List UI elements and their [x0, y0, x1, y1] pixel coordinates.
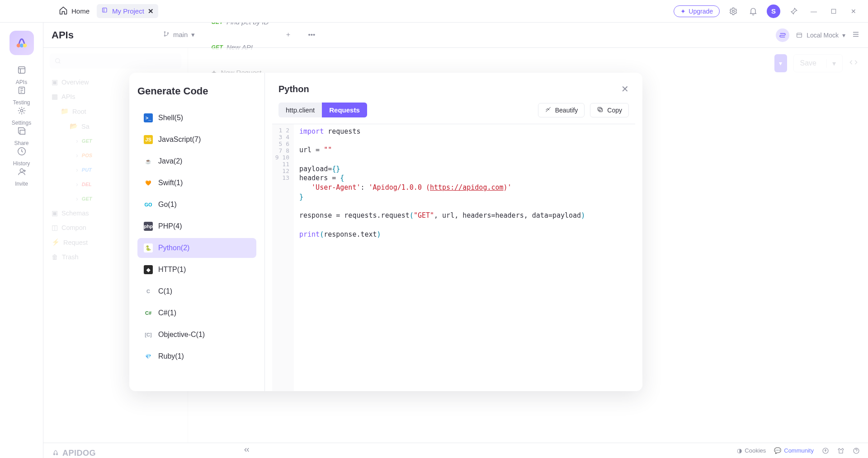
tab-switcher[interactable]	[776, 28, 789, 42]
svg-rect-17	[599, 108, 603, 112]
window-minimize-icon[interactable]: —	[807, 5, 820, 18]
svg-rect-6	[18, 67, 25, 74]
svg-rect-2	[831, 9, 835, 13]
code-panel: Python ✕ http.clientRequests Beautify	[265, 73, 642, 391]
language-option[interactable]: phpPHP(4)	[137, 216, 256, 236]
svg-point-5	[23, 43, 27, 47]
svg-point-8	[20, 109, 23, 112]
svg-rect-15	[797, 33, 802, 37]
rail-item-apis[interactable]: APIs	[6, 65, 38, 85]
branch-icon	[163, 31, 170, 38]
language-icon: php	[144, 222, 153, 231]
discord-icon: 💬	[774, 447, 781, 454]
svg-point-20	[56, 453, 58, 455]
copy-button[interactable]: Copy	[590, 103, 629, 117]
user-avatar[interactable]: S	[767, 5, 780, 18]
library-segment: http.clientRequests	[278, 103, 367, 117]
language-icon: JS	[144, 135, 153, 144]
chevron-down-icon: ▾	[191, 31, 195, 39]
project-label: My Project	[112, 7, 144, 15]
home-tab[interactable]: Home	[59, 6, 90, 16]
title-bar: Home My Project ✕ ✦ Upgrade S — ✕	[0, 0, 868, 23]
window-close-icon[interactable]: ✕	[847, 5, 860, 18]
code-body: import requests url = "" payload={} head…	[294, 124, 635, 391]
home-label: Home	[71, 7, 90, 15]
window-maximize-icon[interactable]	[827, 5, 840, 18]
modal-title: Generate Code	[137, 85, 256, 97]
language-icon: ◆	[144, 265, 153, 274]
cookies-link[interactable]: ◑ Cookies	[737, 447, 766, 454]
rail-item-share[interactable]: Share	[6, 126, 38, 146]
close-icon[interactable]: ✕	[621, 84, 629, 94]
tab-more[interactable]: •••	[300, 23, 323, 48]
language-list-panel: Generate Code >_Shell(5)JSJavaScript(7)☕…	[129, 73, 265, 391]
rail-item-testing[interactable]: Testing	[6, 85, 38, 106]
language-icon: [C]	[144, 330, 153, 339]
branch-selector[interactable]: main ▾	[155, 23, 203, 48]
language-option[interactable]: ◆HTTP(1)	[137, 260, 256, 280]
svg-point-13	[167, 33, 168, 33]
project-tab[interactable]: My Project ✕	[97, 4, 158, 18]
language-option[interactable]: [C]Objective-C(1)	[137, 325, 256, 345]
language-option[interactable]: ☕Java(2)	[137, 151, 256, 171]
svg-point-11	[164, 32, 165, 33]
environment-selector[interactable]: Local Mock ▾	[796, 32, 845, 39]
share-icon	[17, 126, 27, 138]
rail-item-settings[interactable]: Settings	[6, 106, 38, 126]
language-icon: 🐍	[144, 243, 153, 252]
beautify-button[interactable]: Beautify	[538, 103, 585, 117]
language-option[interactable]: 💎Ruby(1)	[137, 346, 256, 366]
invite-icon	[17, 167, 27, 179]
language-option[interactable]: GOGo(1)	[137, 195, 256, 215]
upgrade-label: Upgrade	[689, 8, 713, 15]
tab-add[interactable]: ＋	[277, 23, 300, 48]
settings-icon[interactable]	[727, 5, 740, 18]
language-icon: 🧡	[144, 178, 153, 187]
line-gutter: 1 2 3 4 5 6 7 8 9 10 11 12 13	[272, 124, 294, 391]
menu-icon[interactable]	[852, 30, 860, 40]
upgrade-button[interactable]: ✦ Upgrade	[674, 5, 720, 17]
collapse-sidebar-icon[interactable]	[242, 446, 250, 455]
testing-icon	[17, 85, 27, 98]
status-bar: APIDOG ◑ Cookies 💬 Community	[43, 443, 868, 458]
section-title: APIs	[52, 29, 74, 41]
wand-icon	[545, 106, 552, 114]
main-tabs: APIs main ▾ OverviewGETFind pet by IDGET…	[43, 23, 868, 48]
generate-code-modal: Generate Code >_Shell(5)JSJavaScript(7)☕…	[129, 73, 642, 391]
language-option[interactable]: C#C#(1)	[137, 303, 256, 323]
main-content: ▣Overview▦APIs📁Root📂Sa›GET›POS›PUT›DEL›G…	[43, 48, 868, 443]
svg-point-1	[732, 10, 735, 12]
left-rail: APIsTestingSettingsShareHistoryInvite	[0, 23, 43, 458]
shirt-icon[interactable]	[837, 447, 844, 454]
language-icon: ☕	[144, 157, 153, 166]
language-icon: 💎	[144, 352, 153, 361]
community-link[interactable]: 💬 Community	[774, 447, 814, 454]
bell-icon[interactable]	[747, 5, 760, 18]
rail-item-invite[interactable]: Invite	[6, 167, 38, 187]
pin-icon[interactable]	[788, 5, 800, 18]
svg-point-10	[20, 169, 23, 172]
main-panel: APIs main ▾ OverviewGETFind pet by IDGET…	[43, 23, 868, 458]
segment-option[interactable]: Requests	[322, 103, 367, 117]
language-option[interactable]: CC(1)	[137, 281, 256, 301]
app-body: APIsTestingSettingsShareHistoryInvite AP…	[0, 23, 868, 458]
language-option[interactable]: >_Shell(5)	[137, 108, 256, 128]
code-panel-title: Python	[278, 84, 309, 94]
language-option[interactable]: 🐍Python(2)	[137, 238, 256, 258]
language-option[interactable]: 🧡Swift(1)	[137, 173, 256, 193]
app-logo[interactable]	[9, 31, 34, 55]
upload-icon[interactable]	[822, 447, 829, 454]
rail-item-history[interactable]: History	[6, 146, 38, 167]
segment-option[interactable]: http.client	[278, 103, 322, 117]
language-icon: C#	[144, 308, 153, 318]
language-option[interactable]: JSJavaScript(7)	[137, 130, 256, 150]
close-icon[interactable]: ✕	[148, 7, 154, 15]
code-editor[interactable]: 1 2 3 4 5 6 7 8 9 10 11 12 13 import req…	[272, 124, 635, 391]
help-icon[interactable]	[853, 447, 860, 454]
language-icon: GO	[144, 200, 153, 209]
brand-watermark: APIDOG	[52, 449, 96, 458]
language-icon: >_	[144, 113, 153, 122]
copy-icon	[597, 106, 604, 114]
svg-point-19	[53, 453, 56, 455]
svg-rect-18	[598, 107, 602, 111]
